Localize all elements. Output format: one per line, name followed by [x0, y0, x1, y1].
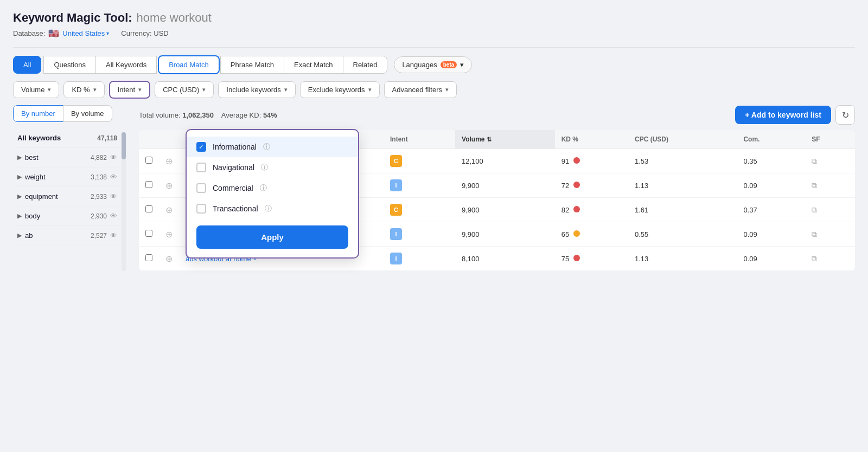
sf-cell: ⧉	[805, 247, 855, 271]
volume-cell: 8,100	[455, 247, 555, 271]
kd-dot	[573, 230, 580, 237]
intent-option-informational[interactable]: ✓ Informational ⓘ	[187, 137, 358, 157]
exclude-label: Exclude keywords	[308, 86, 365, 94]
row-checkbox[interactable]	[145, 230, 152, 237]
add-to-keyword-list-button[interactable]: + Add to keyword list	[735, 106, 831, 124]
checkbox-transactional[interactable]	[196, 204, 206, 214]
kd-value: 65	[561, 230, 569, 238]
th-volume[interactable]: Volume ⇅	[455, 130, 555, 149]
info-icon-commercial: ⓘ	[260, 183, 267, 193]
th-kd: KD %	[555, 130, 628, 149]
country-name: United States	[62, 29, 105, 37]
volume-label: Volume	[21, 86, 44, 94]
cpc-cell: 1.53	[628, 149, 737, 173]
plus-circle-icon: ⊕	[165, 205, 173, 215]
eye-icon[interactable]: 👁	[110, 173, 117, 181]
expand-cell[interactable]: ⊕	[159, 222, 179, 247]
filter-intent[interactable]: Intent	[109, 81, 151, 99]
tab-exact-match[interactable]: Exact Match	[284, 56, 343, 74]
eye-icon[interactable]: 👁	[110, 212, 117, 220]
group-count: 47,118	[97, 134, 117, 142]
checkbox-commercial[interactable]	[196, 183, 206, 193]
group-weight[interactable]: ▶ weight 3,138 👁	[13, 167, 122, 187]
intent-badge: I	[390, 253, 402, 264]
plus-circle-icon: ⊕	[165, 230, 173, 239]
eye-icon[interactable]: 👁	[110, 153, 117, 162]
filter-volume[interactable]: Volume	[13, 81, 59, 98]
option-label: Transactional	[213, 204, 258, 213]
row-checkbox[interactable]	[145, 205, 152, 212]
eye-icon[interactable]: 👁	[110, 192, 117, 201]
eye-icon[interactable]: 👁	[110, 231, 117, 240]
copy-icon[interactable]: ⧉	[812, 157, 817, 165]
copy-icon[interactable]: ⧉	[812, 181, 817, 190]
country-selector[interactable]: United States ▾	[62, 29, 109, 37]
total-label: Total volume:	[139, 111, 181, 119]
scrollbar-thumb[interactable]	[122, 132, 126, 159]
intent-chevron-icon	[138, 86, 142, 93]
title-keyword: home workout	[137, 11, 212, 25]
beta-badge: beta	[441, 61, 457, 68]
intent-option-navigational[interactable]: Navigational ⓘ	[187, 157, 358, 178]
intent-option-transactional[interactable]: Transactional ⓘ	[187, 198, 358, 219]
toggle-by-volume[interactable]: By volume	[63, 105, 112, 122]
tab-all[interactable]: All	[13, 56, 41, 74]
filter-advanced[interactable]: Advanced filters	[384, 81, 457, 98]
intent-badge: I	[390, 179, 402, 191]
group-best[interactable]: ▶ best 4,882 👁	[13, 148, 122, 167]
toggle-by-number[interactable]: By number	[13, 105, 63, 122]
checkbox-informational[interactable]: ✓	[196, 142, 206, 152]
filter-kd[interactable]: KD %	[63, 81, 104, 98]
row-checkbox[interactable]	[145, 181, 152, 188]
tab-all-keywords[interactable]: All Keywords	[95, 56, 157, 74]
tab-languages[interactable]: Languages beta ▾	[394, 56, 472, 73]
group-label: ab	[25, 231, 33, 240]
filter-exclude[interactable]: Exclude keywords	[300, 81, 380, 98]
languages-chevron-icon: ▾	[460, 61, 464, 69]
tab-phrase-match[interactable]: Phrase Match	[220, 56, 284, 74]
row-checkbox-cell	[139, 198, 159, 222]
intent-option-commercial[interactable]: Commercial ⓘ	[187, 178, 358, 198]
cpc-cell: 1.13	[628, 173, 737, 198]
group-label: equipment	[25, 192, 58, 201]
flag-icon: 🇺🇸	[48, 28, 59, 38]
refresh-button[interactable]: ↻	[835, 105, 855, 125]
volume-cell: 9,900	[455, 173, 555, 198]
info-icon-transactional: ⓘ	[265, 204, 272, 214]
kd-cell: 75	[555, 247, 628, 271]
tab-questions[interactable]: Questions	[43, 56, 96, 74]
kd-value: 72	[561, 182, 569, 190]
volume-cell: 9,900	[455, 198, 555, 222]
group-all-keywords[interactable]: All keywords 47,118	[13, 128, 122, 148]
copy-icon[interactable]: ⧉	[812, 254, 817, 263]
cpc-cell: 1.13	[628, 247, 737, 271]
group-equipment[interactable]: ▶ equipment 2,933 👁	[13, 187, 122, 206]
expand-cell[interactable]: ⊕	[159, 198, 179, 222]
row-checkbox[interactable]	[145, 157, 152, 164]
total-value: 1,062,350	[182, 111, 214, 119]
volume-cell: 9,900	[455, 222, 555, 247]
com-cell: 0.37	[737, 198, 805, 222]
sidebar-toggle-row: By number By volume	[13, 105, 122, 122]
row-checkbox[interactable]	[145, 254, 152, 261]
group-body[interactable]: ▶ body 2,930 👁	[13, 206, 122, 226]
kd-value: 82	[561, 206, 569, 214]
copy-icon[interactable]: ⧉	[812, 230, 817, 238]
tab-broad-match[interactable]: Broad Match	[158, 55, 220, 74]
expand-cell[interactable]: ⊕	[159, 149, 179, 173]
tabs-row: All Questions All Keywords Broad Match P…	[13, 55, 855, 74]
expand-cell[interactable]: ⊕	[159, 173, 179, 198]
group-ab[interactable]: ▶ ab 2,527 👁	[13, 226, 122, 246]
stats-text: Total volume: 1,062,350 Average KD: 54%	[139, 111, 277, 119]
tab-related[interactable]: Related	[343, 56, 388, 74]
expand-cell[interactable]: ⊕	[159, 247, 179, 271]
checkbox-navigational[interactable]	[196, 163, 206, 172]
apply-button[interactable]: Apply	[196, 225, 348, 249]
filter-cpc[interactable]: CPC (USD)	[155, 81, 214, 98]
intent-cell: C	[384, 149, 455, 173]
group-count: 3,138	[91, 173, 107, 181]
sidebar-scrollbar[interactable]	[122, 132, 126, 271]
copy-icon[interactable]: ⧉	[812, 205, 817, 214]
kd-label: KD %	[72, 86, 90, 94]
filter-include[interactable]: Include keywords	[218, 81, 295, 98]
